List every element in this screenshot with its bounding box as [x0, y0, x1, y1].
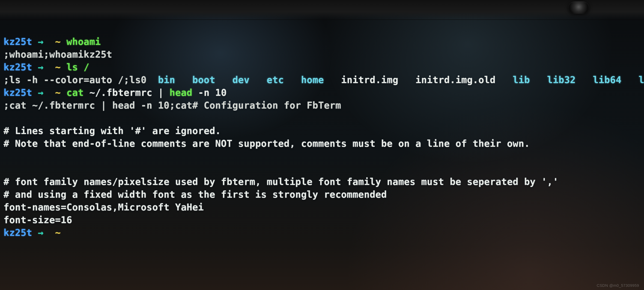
terminal-line: ;whoami;whoamikz25t: [4, 49, 112, 60]
arg-n10: -n 10: [198, 87, 227, 98]
dir-lib: lib: [513, 74, 530, 85]
config-comment: # Note that end-of-line comments are NOT…: [4, 138, 530, 149]
terminal-line: kz25t → ~ whoami: [4, 36, 101, 47]
csdn-watermark: CSDN @m0_57309959: [597, 283, 639, 288]
terminal-line: ;cat ~/.fbtermrc | head -n 10;cat# Confi…: [4, 100, 341, 111]
prompt-arrow: →: [38, 227, 44, 238]
config-comment: # and using a fixed width font as the fi…: [4, 189, 387, 200]
dir-etc: etc: [267, 74, 284, 85]
prompt-arrow: →: [38, 87, 44, 98]
prompt-user: kz25t: [4, 62, 32, 73]
dir-home: home: [301, 74, 324, 85]
dir-libx32: libx32: [639, 74, 644, 85]
dir-dev: dev: [232, 74, 250, 85]
dir-bin: bin: [158, 74, 175, 85]
dir-lib32: lib32: [547, 74, 576, 85]
webcam: [568, 2, 589, 14]
config-comment: # Lines starting with '#' are ignored.: [4, 125, 221, 136]
framebuffer-screen: kz25t → ~ whoami ;whoami;whoamikz25t kz2…: [0, 0, 644, 290]
prompt-user: kz25t: [4, 227, 32, 238]
prompt-arrow: →: [38, 62, 44, 73]
file-initrd: initrd.img: [341, 74, 398, 85]
config-fontsize: font-size=16: [4, 214, 72, 225]
terminal-line: ;ls -h --color=auto /;ls0 bin boot dev e…: [4, 74, 644, 85]
terminal-output[interactable]: kz25t → ~ whoami ;whoami;whoamikz25t kz2…: [4, 23, 644, 239]
pipe: |: [158, 87, 164, 98]
prompt-tilde: ~: [55, 227, 61, 238]
file-initrd-old: initrd.img.old: [416, 74, 496, 85]
cmd-whoami: whoami: [66, 36, 101, 47]
cmd-head: head: [170, 87, 192, 98]
ls-echo: ;ls -h --color=auto /;ls0: [4, 74, 158, 85]
config-comment: # font family names/pixelsize used by fb…: [4, 176, 558, 187]
config-fontnames: font-names=Consolas,Microsoft YaHei: [4, 202, 204, 213]
terminal-line: kz25t → ~: [4, 227, 66, 238]
dir-lib64: lib64: [593, 74, 622, 85]
prompt-tilde: ~: [55, 62, 61, 73]
terminal-line: kz25t → ~ ls /: [4, 62, 89, 73]
prompt-arrow: →: [38, 36, 44, 47]
cmd-ls: ls /: [66, 62, 90, 73]
arg-fbtermrc: ~/.fbtermrc: [89, 87, 152, 98]
terminal-line: kz25t → ~ cat ~/.fbtermrc | head -n 10: [4, 87, 227, 98]
monitor-bezel: [0, 0, 644, 20]
prompt-tilde: ~: [55, 87, 61, 98]
dir-boot: boot: [192, 74, 215, 85]
prompt-user: kz25t: [4, 87, 32, 98]
prompt-user: kz25t: [4, 36, 32, 47]
prompt-tilde: ~: [55, 36, 61, 47]
cmd-cat: cat: [66, 87, 84, 98]
